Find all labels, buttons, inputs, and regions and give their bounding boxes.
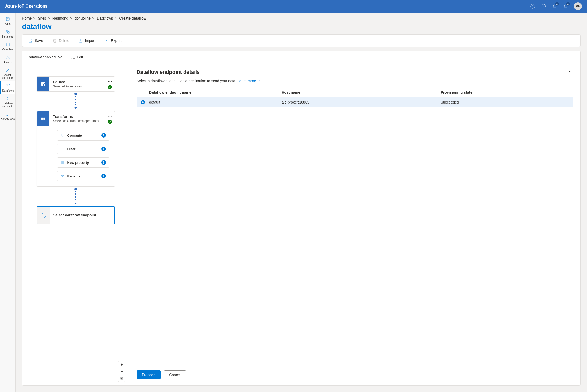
row-radio[interactable] — [141, 100, 145, 104]
crumb-home[interactable]: Home — [22, 16, 32, 20]
nav-dataflows[interactable]: Dataflows — [0, 81, 15, 94]
svg-point-1 — [542, 4, 546, 8]
svg-point-34 — [121, 378, 122, 379]
svg-point-21 — [111, 116, 112, 117]
import-button[interactable]: Import — [79, 39, 95, 43]
svg-rect-18 — [43, 118, 45, 119]
close-icon — [568, 70, 572, 74]
more-icon — [108, 116, 112, 117]
transforms-subtitle: Selected: 4 Transform operations — [53, 119, 111, 123]
source-subtitle: Selected Asset: oven — [53, 85, 111, 88]
export-label: Export — [111, 39, 121, 43]
svg-point-19 — [108, 116, 109, 117]
svg-point-11 — [8, 87, 8, 87]
crumb-sites[interactable]: Sites — [38, 16, 46, 20]
notif-badge-2: 1 — [566, 2, 570, 6]
activity-logs-icon — [5, 112, 10, 117]
flow-canvas: Source Selected Asset: oven — [22, 63, 129, 385]
table-row[interactable]: default aio-broker:18883 Succeeded — [137, 97, 573, 107]
nav-overview[interactable]: Overview — [0, 40, 15, 53]
svg-rect-4 — [6, 30, 8, 32]
more-icon — [108, 81, 112, 82]
chip-count: 1 — [101, 133, 106, 138]
connector — [75, 93, 77, 110]
zoom-in-button[interactable]: + — [118, 361, 125, 368]
check-icon — [108, 120, 112, 124]
nav-assets[interactable]: Assets — [0, 53, 15, 66]
svg-point-16 — [111, 81, 112, 82]
transform-compute[interactable]: Compute 1 — [57, 130, 109, 141]
chip-count: 1 — [101, 174, 106, 178]
assets-icon — [5, 55, 10, 60]
nav-sites[interactable]: Sites — [0, 15, 15, 27]
delete-icon — [52, 39, 57, 43]
svg-rect-5 — [7, 32, 9, 34]
destination-node[interactable]: Select dataflow endpoint — [37, 206, 115, 224]
learn-more-link[interactable]: Learn more — [237, 79, 260, 83]
avatar[interactable]: PA — [574, 2, 582, 10]
transforms-title: Transforms — [53, 114, 111, 119]
bell-icon[interactable]: 1 — [552, 4, 557, 9]
save-button[interactable]: Save — [28, 39, 43, 43]
transforms-more-button[interactable] — [107, 113, 113, 119]
zoom-fit-button[interactable] — [118, 375, 125, 382]
nav-label: Overview — [2, 48, 13, 51]
edit-button[interactable]: Edit — [71, 55, 83, 59]
notif-badge-1: 1 — [555, 2, 559, 6]
svg-rect-22 — [61, 134, 64, 136]
transform-rename[interactable]: Rename 1 — [57, 171, 109, 181]
col-state: Provisioning state — [441, 90, 573, 94]
svg-point-10 — [9, 84, 10, 85]
svg-point-20 — [109, 116, 110, 117]
svg-point-13 — [7, 99, 8, 100]
dataflows-icon — [6, 83, 10, 88]
svg-rect-30 — [63, 175, 64, 177]
export-icon — [105, 39, 109, 43]
cancel-button[interactable]: Cancel — [164, 370, 186, 379]
save-label: Save — [35, 39, 43, 43]
dataflow-enabled-status: Dataflow enabled: No — [27, 55, 62, 59]
app-title: Azure IoT Operations — [5, 4, 48, 9]
svg-rect-17 — [41, 118, 43, 119]
transforms-icon — [37, 111, 49, 126]
proceed-button[interactable]: Proceed — [137, 370, 161, 379]
transforms-node[interactable]: Transforms Selected: 4 Transform operati… — [37, 111, 115, 187]
svg-point-8 — [9, 69, 9, 69]
toolbar: Save Delete Import Export — [22, 34, 581, 47]
help-icon[interactable] — [541, 4, 546, 9]
cell-name: default — [149, 100, 282, 104]
nav-instances[interactable]: Instances — [0, 27, 15, 40]
source-node[interactable]: Source Selected Asset: oven — [37, 76, 115, 92]
chip-label: Rename — [67, 174, 99, 178]
crumb-current: Create dataflow — [119, 16, 146, 20]
col-name: Dataflow endpoint name — [149, 90, 282, 94]
source-title: Source — [53, 80, 111, 84]
status-row: Dataflow enabled: No Edit — [22, 51, 580, 63]
svg-point-12 — [7, 97, 8, 98]
check-icon — [108, 85, 112, 89]
svg-point-28 — [61, 163, 61, 164]
chip-count: 1 — [101, 160, 106, 165]
alert-bell-icon[interactable]: 1 — [563, 4, 568, 9]
transform-filter[interactable]: Filter 1 — [57, 144, 109, 154]
leftnav: Sites Instances Overview Assets Asset en… — [0, 13, 16, 392]
crumb-donut-line[interactable]: donut-line — [74, 16, 91, 20]
destination-label: Select dataflow endpoint — [53, 213, 96, 217]
zoom-out-button[interactable]: − — [118, 368, 125, 375]
nav-activity-logs[interactable]: Activity logs — [0, 110, 15, 123]
export-button[interactable]: Export — [105, 39, 121, 43]
topbar: Azure IoT Operations 1 1 PA — [0, 0, 587, 13]
nav-dataflow-endpoints[interactable]: Dataflow endpoints — [0, 94, 15, 110]
source-more-button[interactable] — [107, 79, 113, 84]
nav-label: Sites — [5, 22, 10, 25]
nav-asset-endpoints[interactable]: Asset endpoints — [0, 66, 15, 81]
chip-label: Filter — [67, 147, 99, 151]
overview-icon — [5, 42, 10, 47]
transform-new-property[interactable]: New property 1 — [57, 157, 109, 168]
crumb-redmond[interactable]: Redmond — [52, 16, 68, 20]
divider — [67, 54, 67, 60]
close-button[interactable] — [567, 69, 573, 76]
settings-icon[interactable] — [530, 4, 535, 9]
endpoint-table: Dataflow endpoint name Host name Provisi… — [137, 88, 573, 107]
crumb-dataflows[interactable]: Dataflows — [97, 16, 113, 20]
